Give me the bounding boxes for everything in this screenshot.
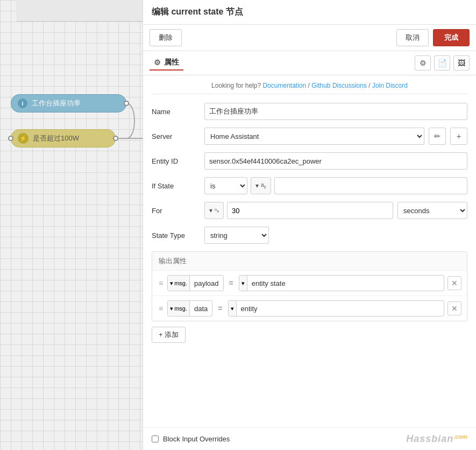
output-row-1: ≡ ▾ msg. payload = ▾ entity state ✕: [152, 271, 467, 296]
msg-data-selector: ▾ msg. data: [167, 300, 212, 317]
blue-node-output-connector[interactable]: [124, 101, 129, 106]
remove-row-2-button[interactable]: ✕: [447, 301, 461, 315]
block-input-text: Block Input Overrides: [163, 435, 230, 443]
chevron-icon-msg1: ▾: [170, 280, 173, 287]
state-type-select[interactable]: string number boolean: [204, 227, 269, 244]
node-info-icon: i: [18, 99, 27, 108]
cancel-button[interactable]: 取消: [396, 29, 429, 46]
drag-handle-1[interactable]: ≡: [158, 279, 164, 287]
settings-icon-button[interactable]: ⚙: [415, 55, 431, 71]
github-discussions-link[interactable]: Github Discussions: [311, 82, 367, 89]
output-header: 输出属性: [152, 252, 467, 271]
msg-payload-dropdown[interactable]: ▾ msg.: [168, 276, 190, 291]
panel-header: 编辑 current state 节点: [143, 0, 476, 25]
add-output-button[interactable]: + 添加: [152, 327, 186, 343]
drag-handle-2[interactable]: ≡: [158, 304, 164, 313]
name-input[interactable]: [204, 103, 467, 120]
canvas-area: i 工作台插座功率 ⚡ 是否超过100W: [0, 0, 143, 450]
yellow-node[interactable]: ⚡ 是否超过100W: [11, 129, 116, 147]
yellow-node-label: 是否超过100W: [33, 133, 79, 143]
remove-row-1-button[interactable]: ✕: [447, 276, 461, 290]
entity-state-dropdown[interactable]: ▾: [239, 276, 247, 291]
if-state-controls: is ▾ az: [204, 177, 467, 194]
watermark-com: .com: [453, 433, 467, 440]
panel-title: 编辑 current state 节点: [152, 7, 243, 16]
properties-tab[interactable]: ⚙ 属性: [150, 55, 183, 71]
server-label: Server: [152, 132, 200, 140]
if-state-value-input[interactable]: [274, 177, 467, 194]
entity-state-selector: ▾ entity state: [239, 275, 444, 291]
help-text: Looking for help?: [211, 82, 262, 89]
done-button[interactable]: 完成: [433, 29, 470, 46]
chevron-down-icon: ▾: [255, 182, 259, 189]
blue-node[interactable]: i 工作台插座功率: [11, 94, 126, 112]
msg-prefix-label-2: msg.: [174, 305, 187, 312]
for-type-icon: ⁰₉: [215, 208, 219, 214]
type-icon-label: az: [261, 182, 266, 189]
edit-server-button[interactable]: ✏: [429, 128, 446, 145]
msg-field-label-1: payload: [190, 279, 223, 287]
help-line: Looking for help? Documentation / Github…: [152, 82, 467, 94]
panel-content: Looking for help? Documentation / Github…: [143, 75, 476, 427]
name-label: Name: [152, 108, 200, 116]
for-row: For ▾ ⁰₉ seconds minutes hours: [152, 202, 467, 219]
panel-tabs: ⚙ 属性 ⚙ 📄 🖼: [143, 51, 476, 75]
entity-label: entity: [237, 305, 262, 313]
msg-prefix-label-1: msg.: [174, 280, 187, 286]
help-separator2: /: [368, 82, 372, 89]
delete-button[interactable]: 删除: [150, 29, 182, 46]
appearance-icon-button[interactable]: 🖼: [453, 55, 470, 71]
canvas-top-bar: [16, 0, 143, 22]
chevron-icon-msg2: ▾: [170, 305, 173, 312]
output-section: 输出属性 ≡ ▾ msg. payload = ▾ entity state: [152, 251, 467, 321]
panel-toolbar: 删除 取消 完成: [143, 25, 476, 51]
add-server-button[interactable]: +: [450, 128, 467, 145]
documentation-link[interactable]: Documentation: [262, 82, 306, 89]
name-row: Name: [152, 103, 467, 120]
entity-state-label: entity state: [247, 279, 290, 287]
wire-connections: [0, 0, 143, 450]
yellow-node-input-connector[interactable]: [8, 136, 13, 141]
bottom-row: Block Input Overrides Hassbian.com: [143, 427, 476, 450]
for-value-input[interactable]: [227, 202, 393, 219]
tab-properties-label: 属性: [164, 58, 179, 67]
gear-icon: ⚙: [154, 58, 161, 67]
state-type-row: State Type string number boolean: [152, 227, 467, 244]
description-icon-button[interactable]: 📄: [434, 55, 450, 71]
equals-1: =: [227, 279, 236, 287]
for-controls: ▾ ⁰₉: [204, 202, 393, 219]
entity-dropdown[interactable]: ▾: [229, 301, 237, 316]
blue-node-label: 工作台插座功率: [32, 99, 81, 108]
if-state-row: If State is ▾ az: [152, 177, 467, 194]
chevron-icon-val2: ▾: [231, 305, 234, 312]
for-unit-select[interactable]: seconds minutes hours: [397, 202, 467, 219]
block-input-overrides-label[interactable]: Block Input Overrides: [152, 435, 230, 443]
node-switch-icon: ⚡: [18, 133, 29, 144]
watermark-text: Hassbian: [406, 433, 453, 444]
entity-id-row: Entity ID: [152, 152, 467, 170]
equals-2: =: [216, 304, 224, 313]
entity-id-label: Entity ID: [152, 157, 200, 165]
edit-panel: 编辑 current state 节点 删除 取消 完成 ⚙ 属性 ⚙ 📄 🖼 …: [143, 0, 476, 450]
server-row: Server Home Assistant ✏ +: [152, 128, 467, 145]
if-state-is-select[interactable]: is: [204, 177, 247, 194]
tab-icon-group: ⚙ 📄 🖼: [415, 55, 470, 71]
output-row-2: ≡ ▾ msg. data = ▾ entity ✕: [152, 296, 467, 321]
chevron-icon-val1: ▾: [241, 280, 245, 287]
entity-selector: ▾ entity: [228, 300, 444, 317]
chevron-down-icon-for: ▾: [209, 207, 212, 214]
for-label: For: [152, 207, 200, 215]
join-discord-link[interactable]: Join Discord: [372, 82, 408, 89]
if-state-label: If State: [152, 182, 200, 190]
server-select[interactable]: Home Assistant: [204, 128, 424, 145]
entity-id-input[interactable]: [204, 152, 467, 170]
if-state-type-button[interactable]: ▾ az: [251, 177, 271, 194]
watermark: Hassbian.com: [406, 433, 467, 445]
msg-field-label-2: data: [190, 305, 212, 313]
msg-data-dropdown[interactable]: ▾ msg.: [168, 301, 190, 316]
for-type-button[interactable]: ▾ ⁰₉: [204, 202, 224, 219]
block-input-checkbox[interactable]: [152, 435, 159, 442]
msg-payload-selector: ▾ msg. payload: [167, 275, 223, 291]
yellow-node-output-connector[interactable]: [113, 136, 118, 141]
state-type-label: State Type: [152, 231, 200, 240]
